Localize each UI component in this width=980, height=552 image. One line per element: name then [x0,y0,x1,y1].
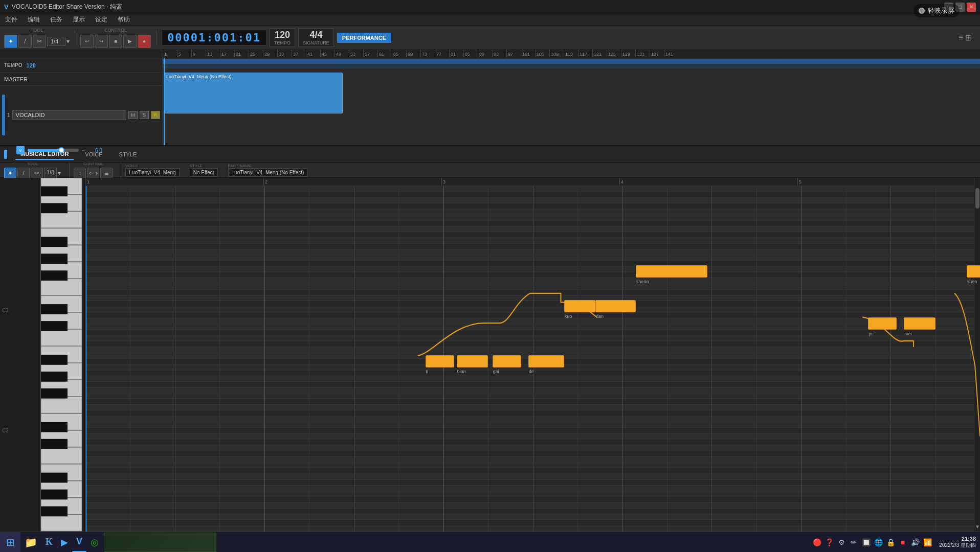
pr-note-shen[interactable]: shen [967,265,980,278]
tray-icon-1[interactable]: 🔴 [812,538,821,547]
vertical-scrollbar-thumb[interactable] [975,188,979,209]
rewind-button[interactable]: ↩ [80,35,94,48]
stop-button[interactable]: ■ [109,35,122,48]
signature-value[interactable]: 4/4 [309,30,322,40]
taskbar-item-media[interactable]: ▶ [57,533,72,552]
pr-ctrl-btn1[interactable]: ↕ [74,168,86,179]
mute-button[interactable]: M [128,111,138,119]
tempo-value[interactable]: 120 [275,30,290,40]
performance-button[interactable]: PERFORMANCE [337,33,391,43]
solo-button[interactable]: S [140,111,149,119]
scroll-down-icon[interactable]: ▼ [974,523,980,530]
taskbar-item-folder[interactable]: 📁 [20,533,41,552]
pr-ctrl-btn3[interactable]: ≡ [100,168,113,179]
list-icon[interactable]: ≡ [959,33,963,42]
divider-1 [75,30,75,45]
tray-icon-2[interactable]: ❓ [825,538,834,547]
pr-note-label-dan: dan [596,314,604,319]
grid-col-17 [846,186,847,532]
tray-icon-vol[interactable]: 🔊 [910,538,920,547]
forward-button[interactable]: ↪ [95,35,108,48]
taskbar-item-green[interactable]: ◎ [86,533,103,552]
erase-tool-button[interactable]: ✂ [33,35,46,48]
volume-slider[interactable] [28,149,79,152]
pr-quantize-select[interactable]: 1/8 [44,168,57,179]
signature-label: SIGNATURE [303,40,329,45]
rec-arm-button[interactable]: R [151,111,160,119]
menu-help[interactable]: 帮助 [116,14,132,25]
cursor-tool-button[interactable]: ✦ [4,35,17,48]
tray-icon-red[interactable]: ■ [898,538,907,547]
pr-style-value[interactable]: No Effect [190,168,218,177]
taskbar-item-k[interactable]: K [41,533,57,552]
pr-note-bian[interactable]: bian [457,355,488,367]
pr-quantize-dropdown[interactable]: ▾ [58,170,61,177]
pr-note-de[interactable]: de [528,355,564,367]
pr-partname-label: PART NAME [228,164,308,168]
menu-task[interactable]: 任务 [48,14,64,25]
tray-icon-6[interactable]: 🌐 [874,538,883,547]
sequencer-content[interactable]: LuoTianyi_V4_Meng (No Effect) [163,58,980,145]
tray-icon-net[interactable]: 📶 [923,538,932,547]
menu-settings[interactable]: 设定 [93,14,109,25]
seq-ruler-mark-17: 17 [220,50,234,58]
pr-note-gai[interactable]: gai [493,355,521,367]
quantize-select[interactable]: 1/4 [47,37,65,46]
vocaloid-icon: V [76,536,82,547]
pr-ctrl-btn2[interactable]: ⟺ [87,168,99,179]
seq-master-bar2 [163,65,980,68]
tray-icon-7[interactable]: 🔒 [886,538,895,547]
pencil-tool-button[interactable]: / [18,35,32,48]
track-name[interactable]: VOCALOID [12,110,126,120]
taskbar-thumbnail[interactable] [104,533,216,552]
pr-note-label-ti: ti [426,369,429,374]
taskbar-item-vocaloid[interactable]: V [72,533,86,552]
pr-note-mei[interactable]: mei [904,317,935,330]
grid-col-5 [309,186,309,532]
app-logo: V [4,3,9,11]
menu-edit[interactable]: 编辑 [26,14,42,25]
tray-icon-3[interactable]: ⚙ [837,538,846,547]
pr-cursor-tool[interactable]: ✦ [4,168,16,179]
roll-grid[interactable]: 12345 tibiangaidekuodanshengyemeishenmoc… [85,178,980,532]
menu-view[interactable]: 显示 [71,14,87,25]
grid-col-1 [130,186,130,532]
volume-minus[interactable]: − [82,148,85,153]
pr-note-ti[interactable]: ti [426,355,454,367]
taskbar: ⊞ 📁 K ▶ V ◎ 🔴 ❓ ⚙ ✏ 🔲 🌐 🔒 ■ 🔊 📶 21:38 20… [0,532,980,552]
pr-pencil-tool[interactable]: / [17,168,30,179]
record-button[interactable]: ● [138,35,151,48]
start-button[interactable]: ⊞ [0,532,20,553]
grid-col-4 [264,186,265,532]
vertical-scrollbar[interactable]: ▼ [974,178,980,532]
seq-ruler-mark-125: 125 [607,50,621,58]
seq-ruler-mark-41: 41 [306,50,320,58]
grid-col-9 [488,186,488,532]
sequencer-tracks: TEMPO 120 MASTER 1 VOCALOID M S R V [0,58,980,145]
play-button[interactable]: ▶ [123,35,137,48]
pr-note-kuo[interactable]: kuo [564,300,595,312]
k-icon: K [46,537,53,547]
seq-ruler-mark-129: 129 [621,50,635,58]
tempo-row-label: TEMPO [4,62,23,68]
pr-voice-value[interactable]: LuoTianyi_V4_Meng [125,168,179,177]
tray-icon-4[interactable]: ✏ [849,538,858,547]
pr-note-sheng[interactable]: sheng [636,265,707,278]
grid-area[interactable]: tibiangaidekuodanshengyemeishenmochyou [85,186,980,532]
seq-ruler-mark-1: 1 [163,50,177,58]
menu-file[interactable]: 文件 [3,14,19,25]
grid-icon[interactable]: ⊞ [965,33,972,42]
volume-slider-thumb[interactable] [58,147,64,153]
tempo-row-value[interactable]: 120 [27,62,36,68]
me-indicator [4,150,7,159]
close-button[interactable]: ✕ [967,3,976,12]
pr-note-label-sheng: sheng [636,279,649,284]
pr-note-ye[interactable]: ye [868,317,897,330]
pr-erase-tool[interactable]: ✂ [31,168,43,179]
quantize-dropdown[interactable]: ▾ [66,38,70,45]
system-clock[interactable]: 21:38 2022/2/3 星期四 [935,536,976,549]
tray-icon-5[interactable]: 🔲 [861,538,871,547]
seq-note-block[interactable]: LuoTianyi_V4_Meng (No Effect) [164,73,343,113]
pr-note-dan[interactable]: dan [595,300,636,312]
grid-col-7 [398,186,399,532]
